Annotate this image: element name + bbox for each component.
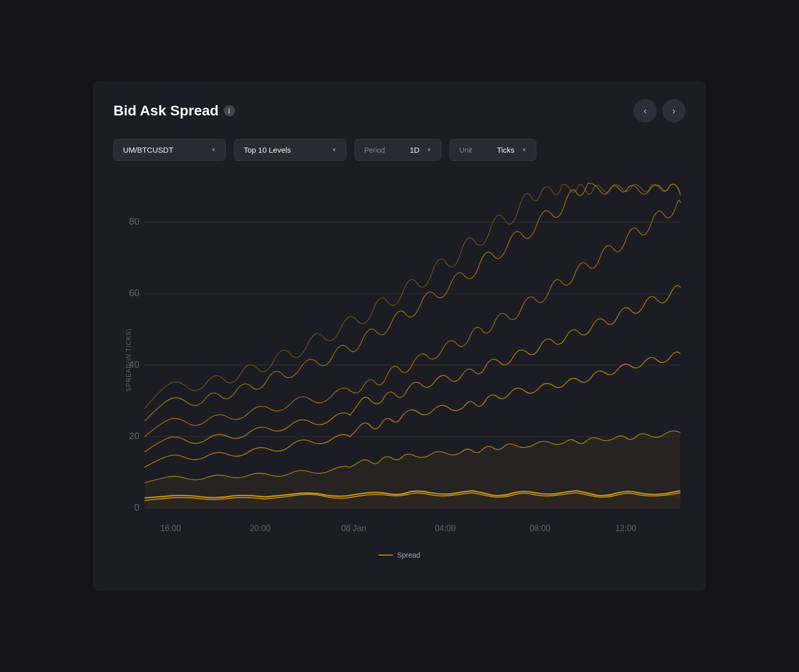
title-area: Bid Ask Spread ℹ bbox=[113, 103, 235, 119]
svg-text:40: 40 bbox=[129, 359, 139, 370]
svg-text:60: 60 bbox=[129, 288, 139, 298]
controls-bar: UM/BTCUSDT ▼ Top 10 Levels ▼ Period 1D ▼… bbox=[113, 139, 686, 161]
chart-area: SPREAD(IN TICKS) 80 60 40 20 0 16:00 20:… bbox=[113, 181, 686, 539]
chart-inner: 80 60 40 20 0 16:00 20:00 08 Jan 04:00 0… bbox=[113, 181, 686, 539]
prev-button[interactable]: ‹ bbox=[633, 99, 657, 123]
svg-text:0: 0 bbox=[134, 502, 139, 513]
chart-svg: 80 60 40 20 0 16:00 20:00 08 Jan 04:00 0… bbox=[113, 181, 686, 539]
nav-buttons: ‹ › bbox=[633, 99, 686, 123]
unit-arrow: ▼ bbox=[522, 147, 527, 153]
svg-text:08:00: 08:00 bbox=[530, 523, 551, 533]
levels-value: Top 10 Levels bbox=[244, 146, 291, 154]
legend: Spread bbox=[113, 551, 686, 559]
period-arrow: ▼ bbox=[427, 147, 432, 153]
levels-dropdown[interactable]: Top 10 Levels ▼ bbox=[234, 139, 346, 161]
legend-label: Spread bbox=[397, 551, 420, 559]
pair-arrow: ▼ bbox=[211, 147, 216, 153]
svg-text:04:00: 04:00 bbox=[435, 523, 456, 533]
legend-line-icon bbox=[379, 555, 393, 556]
unit-value: Ticks bbox=[497, 146, 514, 154]
svg-text:20:00: 20:00 bbox=[250, 523, 271, 533]
info-icon[interactable]: ℹ bbox=[224, 105, 235, 116]
next-button[interactable]: › bbox=[662, 99, 686, 123]
period-label: Period bbox=[364, 146, 385, 154]
levels-arrow: ▼ bbox=[332, 147, 337, 153]
header: Bid Ask Spread ℹ ‹ › bbox=[113, 99, 686, 123]
svg-text:16:00: 16:00 bbox=[160, 523, 181, 533]
page-title: Bid Ask Spread bbox=[113, 103, 219, 119]
period-dropdown[interactable]: Period 1D ▼ bbox=[355, 139, 441, 161]
svg-text:12:00: 12:00 bbox=[616, 523, 637, 533]
svg-text:80: 80 bbox=[129, 217, 139, 227]
period-value: 1D bbox=[410, 146, 419, 154]
pair-value: UM/BTCUSDT bbox=[123, 146, 173, 154]
unit-label: Unit bbox=[459, 146, 472, 154]
svg-text:08 Jan: 08 Jan bbox=[341, 523, 366, 533]
main-card: Bid Ask Spread ℹ ‹ › UM/BTCUSDT ▼ Top 10… bbox=[93, 81, 706, 591]
pair-dropdown[interactable]: UM/BTCUSDT ▼ bbox=[113, 139, 226, 161]
svg-text:20: 20 bbox=[129, 431, 139, 441]
unit-dropdown[interactable]: Unit Ticks ▼ bbox=[450, 139, 536, 161]
